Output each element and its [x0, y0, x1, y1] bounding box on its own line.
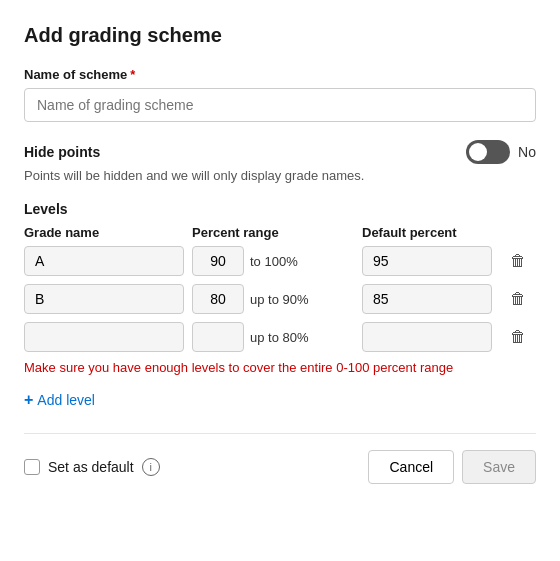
percent-range-label-2: up to 90%: [250, 292, 309, 307]
name-of-scheme-section: Name of scheme*: [24, 67, 536, 122]
save-button[interactable]: Save: [462, 450, 536, 484]
default-percent-input-1[interactable]: [362, 246, 492, 276]
trash-icon-3: 🗑: [510, 328, 526, 346]
percent-range-3: up to 80%: [192, 322, 354, 352]
add-level-button[interactable]: + Add level: [24, 387, 95, 413]
levels-section: Levels Grade name Percent range Default …: [24, 201, 536, 413]
percent-min-input-2[interactable]: [192, 284, 244, 314]
scheme-label: Name of scheme*: [24, 67, 536, 82]
set-default-label: Set as default: [48, 459, 134, 475]
percent-range-label-3: up to 80%: [250, 330, 309, 345]
hide-points-row: Hide points No: [24, 140, 536, 164]
hide-points-subtitle: Points will be hidden and we will only d…: [24, 168, 536, 183]
levels-title: Levels: [24, 201, 536, 217]
default-percent-input-2[interactable]: [362, 284, 492, 314]
set-default-checkbox[interactable]: [24, 459, 40, 475]
add-level-label: Add level: [37, 392, 95, 408]
table-row: up to 90% 🗑: [24, 284, 536, 314]
percent-min-input-3[interactable]: [192, 322, 244, 352]
toggle-area: No: [466, 140, 536, 164]
footer-buttons: Cancel Save: [368, 450, 536, 484]
hide-points-toggle[interactable]: [466, 140, 510, 164]
info-icon[interactable]: i: [142, 458, 160, 476]
grade-name-input-1[interactable]: [24, 246, 184, 276]
delete-row-button-1[interactable]: 🗑: [500, 248, 536, 274]
percent-range-2: up to 90%: [192, 284, 354, 314]
plus-icon: +: [24, 391, 33, 409]
col-percent-range: Percent range: [192, 225, 354, 240]
col-default-percent: Default percent: [362, 225, 492, 240]
delete-row-button-3[interactable]: 🗑: [500, 324, 536, 350]
delete-row-button-2[interactable]: 🗑: [500, 286, 536, 312]
levels-header: Grade name Percent range Default percent: [24, 225, 536, 246]
grade-name-input-3[interactable]: [24, 322, 184, 352]
col-grade-name: Grade name: [24, 225, 184, 240]
trash-icon-2: 🗑: [510, 290, 526, 308]
error-message: Make sure you have enough levels to cove…: [24, 360, 536, 375]
toggle-no-label: No: [518, 144, 536, 160]
scheme-name-input[interactable]: [24, 88, 536, 122]
table-row: up to 80% 🗑: [24, 322, 536, 352]
hide-points-label: Hide points: [24, 144, 100, 160]
grade-name-input-2[interactable]: [24, 284, 184, 314]
percent-min-input-1[interactable]: [192, 246, 244, 276]
page-title: Add grading scheme: [24, 24, 536, 47]
table-row: to 100% 🗑: [24, 246, 536, 276]
percent-range-label-1: to 100%: [250, 254, 298, 269]
percent-range-1: to 100%: [192, 246, 354, 276]
trash-icon-1: 🗑: [510, 252, 526, 270]
toggle-knob: [469, 143, 487, 161]
default-percent-input-3[interactable]: [362, 322, 492, 352]
set-as-default-section: Set as default i: [24, 458, 160, 476]
cancel-button[interactable]: Cancel: [368, 450, 454, 484]
footer: Set as default i Cancel Save: [24, 433, 536, 484]
